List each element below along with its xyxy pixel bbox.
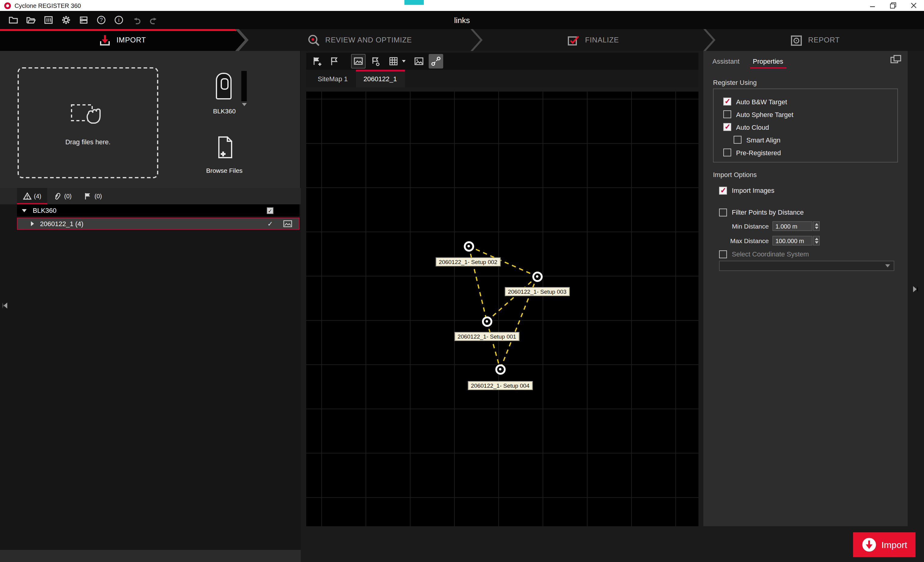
check-icon (267, 220, 273, 228)
tab-warnings[interactable]: (4) (17, 188, 47, 204)
checkbox[interactable] (734, 136, 741, 144)
workflow-bar: IMPORT REVIEW AND OPTIMIZE FINALIZE RE (0, 29, 924, 51)
undo-icon[interactable] (129, 13, 144, 27)
tree-row-blk360[interactable]: BLK360 (17, 204, 300, 216)
sitemap-toolbar (306, 53, 699, 70)
stage-finalize[interactable]: FINALIZE (473, 29, 713, 51)
finalize-stage-icon (567, 34, 580, 46)
max-distance-input[interactable]: 100.000 m (772, 236, 813, 246)
node-center-dot (468, 245, 470, 247)
image-view-icon[interactable] (412, 54, 426, 69)
option-smart-align[interactable]: Smart Align (723, 133, 892, 146)
tab-properties[interactable]: Properties (746, 54, 790, 69)
setup-links-layer (306, 91, 699, 526)
tree-root-checkbox[interactable] (267, 207, 273, 214)
import-options-title: Import Options (713, 171, 757, 178)
open-folder-icon[interactable] (23, 13, 39, 27)
max-distance-stepper[interactable] (813, 236, 820, 246)
menubar: links (0, 11, 924, 29)
min-distance-stepper[interactable] (813, 221, 820, 231)
grid-dropdown-caret-icon[interactable] (401, 54, 407, 69)
select-coordinate-system-option[interactable]: Select Coordinate System (719, 248, 809, 260)
settings-gear-icon[interactable] (58, 13, 74, 27)
stage-import[interactable]: IMPORT (0, 29, 245, 51)
blk360-slider[interactable] (241, 71, 247, 101)
browse-files-label[interactable]: Browse Files (195, 167, 254, 174)
import-images-option[interactable]: Import Images (719, 184, 774, 196)
coordinate-system-dropdown[interactable] (719, 261, 894, 271)
attachments-count: (0) (64, 193, 72, 199)
checkbox-label: Pre-Registered (736, 149, 781, 156)
drag-files-label: Drag files here. (65, 138, 110, 145)
collapse-caret-icon[interactable] (22, 209, 27, 212)
blk360-device-icon[interactable] (216, 73, 232, 99)
drag-drop-area[interactable]: Drag files here. (18, 67, 158, 178)
image-thumbnail-icon[interactable] (283, 220, 292, 227)
link-tool-icon[interactable] (429, 54, 443, 69)
minimize-button[interactable] (862, 0, 883, 11)
import-file-tree: BLK360 2060122_1 (4) (0, 204, 301, 550)
option-auto-sphere-target[interactable]: Auto Sphere Target (723, 108, 892, 121)
collapse-left-panel-arrow-icon[interactable] (2, 303, 7, 309)
collapse-right-panel-arrow-icon[interactable] (913, 286, 918, 292)
add-sitemap-icon[interactable] (310, 54, 324, 69)
grid-icon[interactable] (386, 54, 401, 69)
import-panel: Drag files here. BLK360 Browse Files (0, 51, 301, 562)
tree-child-label: 2060122_1 (4) (40, 220, 83, 227)
option-pre-registered[interactable]: Pre-Registered (723, 146, 892, 159)
attachment-icon (53, 192, 62, 200)
import-images-checkbox[interactable] (719, 186, 727, 194)
tab-controls[interactable]: (0) (78, 188, 108, 204)
help-icon[interactable]: ? (93, 13, 109, 27)
tab-sitemap-1[interactable]: SiteMap 1 (310, 70, 356, 87)
sitemap-panel: SiteMap 1 2060122_1 2060122_1- Setup 002… (306, 51, 699, 526)
panel-bottom-strip (0, 550, 301, 562)
setup-node-setup002[interactable] (464, 241, 474, 251)
layout-panes-icon[interactable] (890, 55, 902, 66)
expand-caret-icon[interactable] (31, 221, 34, 226)
setup-node-setup004[interactable] (495, 364, 506, 375)
checkbox[interactable] (723, 110, 731, 118)
browse-files-icon[interactable] (216, 136, 234, 159)
filter-points-checkbox[interactable] (719, 208, 727, 216)
setup-node-setup003[interactable] (532, 271, 542, 282)
tree-row-2060122-1[interactable]: 2060122_1 (4) (17, 218, 300, 230)
sitemap-canvas[interactable]: 2060122_1- Setup 0022060122_1- Setup 003… (306, 91, 699, 526)
sitemap-icon[interactable] (327, 54, 341, 69)
filter-points-option[interactable]: Filter Points by Distance (719, 206, 804, 218)
drag-hand-icon (70, 100, 105, 129)
info-icon[interactable]: i (111, 13, 127, 27)
fit-view-icon[interactable] (351, 54, 366, 69)
controls-count: (0) (94, 193, 102, 199)
option-auto-cloud[interactable]: Auto Cloud (723, 121, 892, 133)
min-distance-input[interactable]: 1.000 m (772, 221, 813, 231)
import-button[interactable]: Import (853, 532, 915, 557)
checkbox[interactable] (723, 148, 731, 156)
storage-icon[interactable] (76, 13, 92, 27)
tab-attachments[interactable]: (0) (47, 188, 78, 204)
node-center-dot (536, 275, 538, 278)
import-project-icon[interactable] (40, 13, 56, 27)
restore-button[interactable] (883, 0, 903, 11)
checkbox[interactable] (723, 123, 731, 131)
max-distance-row: Max Distance 100.000 m (719, 235, 820, 246)
option-auto-b-w-target[interactable]: Auto B&W Target (723, 95, 892, 108)
redo-icon[interactable] (146, 13, 162, 27)
tab-assistant[interactable]: Assistant (706, 54, 746, 69)
sitemap-flag-icon[interactable] (368, 54, 382, 69)
close-button[interactable] (903, 0, 924, 11)
coordinate-system-checkbox[interactable] (719, 250, 727, 258)
properties-panel: Assistant Properties Register Using Auto… (703, 51, 908, 526)
open-project-icon[interactable] (6, 13, 21, 27)
setup-node-label: 2060122_1- Setup 002 (436, 257, 500, 267)
checkbox[interactable] (723, 97, 731, 105)
stage-report[interactable]: REPORT (706, 29, 924, 51)
tab-2060122-1[interactable]: 2060122_1 (356, 70, 405, 87)
setup-node-setup001[interactable] (482, 316, 492, 327)
import-download-icon (861, 537, 876, 552)
setup-link (487, 276, 537, 321)
blk360-dropdown-caret-icon[interactable] (242, 103, 247, 106)
stage-review-and-optimize[interactable]: REVIEW AND OPTIMIZE (239, 29, 480, 51)
review-stage-icon (307, 34, 320, 46)
warning-triangle-icon (23, 192, 32, 200)
